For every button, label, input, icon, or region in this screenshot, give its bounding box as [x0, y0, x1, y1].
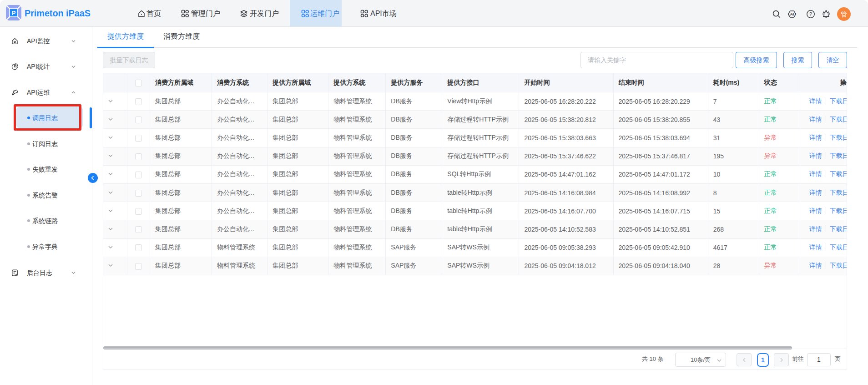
svg-text:P: P	[12, 10, 16, 16]
svg-text:?: ?	[809, 11, 812, 17]
svg-text:AI: AI	[790, 12, 794, 16]
